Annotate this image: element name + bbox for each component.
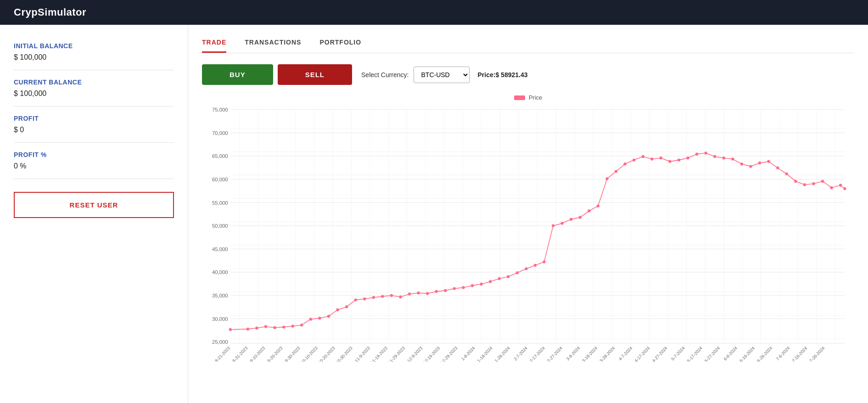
svg-point-82 bbox=[767, 160, 770, 163]
profit-pct-block: PROFIT % 0 % bbox=[14, 143, 174, 179]
svg-point-45 bbox=[435, 290, 438, 293]
price-display: Price:$ 58921.43 bbox=[478, 71, 528, 78]
svg-text:45,000: 45,000 bbox=[212, 246, 228, 252]
initial-balance-label: INITIAL BALANCE bbox=[14, 42, 174, 50]
svg-text:11-9-2023: 11-9-2023 bbox=[354, 345, 371, 362]
profit-label: PROFIT bbox=[14, 115, 174, 122]
svg-point-36 bbox=[354, 298, 357, 301]
sell-button[interactable]: SELL bbox=[278, 64, 352, 85]
svg-point-65 bbox=[615, 170, 617, 173]
svg-point-83 bbox=[776, 167, 779, 169]
app-header: CrypSimulator bbox=[0, 0, 868, 25]
svg-text:3-18-2024: 3-18-2024 bbox=[581, 345, 598, 362]
svg-text:4-27-2024: 4-27-2024 bbox=[651, 345, 668, 362]
svg-text:10-30-2023: 10-30-2023 bbox=[335, 345, 353, 362]
buy-button[interactable]: BUY bbox=[202, 64, 273, 85]
main-layout: INITIAL BALANCE $ 100,000 CURRENT BALANC… bbox=[0, 25, 868, 403]
svg-point-39 bbox=[381, 295, 384, 298]
sidebar: INITIAL BALANCE $ 100,000 CURRENT BALANC… bbox=[0, 25, 188, 403]
svg-point-62 bbox=[588, 209, 590, 212]
svg-point-78 bbox=[731, 157, 734, 160]
svg-text:11-29-2023: 11-29-2023 bbox=[387, 345, 406, 362]
svg-text:12-9-2023: 12-9-2023 bbox=[406, 345, 423, 362]
svg-text:25,000: 25,000 bbox=[212, 339, 228, 345]
svg-point-79 bbox=[740, 162, 743, 165]
svg-text:5-7-2024: 5-7-2024 bbox=[670, 345, 686, 361]
profit-value: $ 0 bbox=[14, 126, 174, 134]
svg-point-66 bbox=[624, 162, 627, 165]
initial-balance-value: $ 100,000 bbox=[14, 53, 174, 62]
svg-point-57 bbox=[543, 260, 545, 263]
svg-text:7-16-2024: 7-16-2024 bbox=[791, 345, 808, 362]
legend-color-dot bbox=[514, 95, 525, 100]
svg-text:7-26-2024: 7-26-2024 bbox=[808, 345, 825, 362]
svg-point-70 bbox=[660, 157, 662, 159]
svg-text:5-17-2024: 5-17-2024 bbox=[686, 345, 703, 362]
svg-point-46 bbox=[444, 289, 447, 292]
current-balance-label: CURRENT BALANCE bbox=[14, 78, 174, 86]
svg-point-52 bbox=[498, 277, 501, 280]
svg-text:1-8-2024: 1-8-2024 bbox=[460, 345, 476, 361]
svg-text:40,000: 40,000 bbox=[212, 269, 228, 275]
svg-point-35 bbox=[345, 305, 348, 308]
svg-text:8-31-2023: 8-31-2023 bbox=[231, 345, 248, 362]
svg-text:12-19-2023: 12-19-2023 bbox=[422, 345, 441, 362]
svg-text:3-28-2024: 3-28-2024 bbox=[599, 345, 616, 362]
svg-text:3-8-2024: 3-8-2024 bbox=[565, 345, 581, 361]
price-chart: 75,000 70,000 65,000 60,000 55,000 50,00… bbox=[202, 105, 854, 362]
reset-user-button[interactable]: RESET USER bbox=[14, 192, 174, 218]
svg-point-85 bbox=[794, 180, 797, 183]
svg-text:35,000: 35,000 bbox=[212, 293, 228, 298]
svg-point-75 bbox=[705, 151, 707, 154]
svg-point-73 bbox=[686, 157, 689, 159]
svg-point-63 bbox=[597, 205, 599, 207]
trade-controls: BUY SELL Select Currency: BTC-USD ETH-US… bbox=[202, 64, 854, 85]
svg-text:11-19-2023: 11-19-2023 bbox=[370, 345, 388, 362]
svg-text:6-6-2024: 6-6-2024 bbox=[722, 345, 738, 361]
svg-point-56 bbox=[534, 264, 537, 267]
svg-text:10-20-2023: 10-20-2023 bbox=[317, 345, 336, 362]
svg-point-84 bbox=[785, 173, 788, 175]
svg-text:2-17-2024: 2-17-2024 bbox=[529, 345, 546, 362]
chart-svg: 75,000 70,000 65,000 60,000 55,000 50,00… bbox=[202, 105, 854, 362]
svg-point-77 bbox=[722, 157, 725, 159]
svg-text:6-26-2024: 6-26-2024 bbox=[756, 345, 773, 362]
svg-point-87 bbox=[812, 182, 815, 185]
svg-point-80 bbox=[749, 165, 752, 168]
svg-point-25 bbox=[255, 327, 258, 330]
svg-text:9-30-2023: 9-30-2023 bbox=[284, 345, 301, 362]
svg-point-44 bbox=[426, 292, 429, 295]
svg-point-23 bbox=[229, 328, 232, 331]
svg-text:5-27-2024: 5-27-2024 bbox=[704, 345, 721, 362]
tab-portfolio[interactable]: PORTFOLIO bbox=[319, 34, 361, 53]
currency-select[interactable]: BTC-USD ETH-USD LTC-USD DOGE-USD bbox=[414, 67, 470, 83]
current-balance-block: CURRENT BALANCE $ 100,000 bbox=[14, 70, 174, 106]
initial-balance-block: INITIAL BALANCE $ 100,000 bbox=[14, 34, 174, 70]
svg-text:1-18-2024: 1-18-2024 bbox=[476, 345, 493, 362]
svg-text:10-10-2023: 10-10-2023 bbox=[300, 345, 319, 362]
svg-point-81 bbox=[758, 162, 761, 164]
svg-text:4-7-2024: 4-7-2024 bbox=[618, 345, 633, 361]
profit-pct-value: 0 % bbox=[14, 162, 174, 170]
svg-text:12-29-2023: 12-29-2023 bbox=[439, 345, 458, 362]
svg-point-42 bbox=[408, 292, 411, 295]
tab-transactions[interactable]: TRANSACTIONS bbox=[245, 34, 301, 53]
profit-pct-label: PROFIT % bbox=[14, 151, 174, 158]
svg-point-69 bbox=[650, 157, 653, 160]
svg-text:2-7-2024: 2-7-2024 bbox=[513, 345, 528, 361]
tab-trade[interactable]: TRADE bbox=[202, 34, 226, 53]
svg-point-37 bbox=[363, 297, 366, 300]
tabs-bar: TRADE TRANSACTIONS PORTFOLIO bbox=[202, 34, 854, 53]
svg-point-58 bbox=[552, 224, 554, 227]
svg-text:2-27-2024: 2-27-2024 bbox=[546, 345, 563, 362]
select-currency-label: Select Currency: bbox=[361, 71, 409, 78]
svg-point-40 bbox=[390, 294, 393, 297]
svg-point-38 bbox=[372, 296, 375, 299]
legend-label: Price bbox=[529, 94, 543, 101]
svg-text:70,000: 70,000 bbox=[212, 130, 228, 135]
svg-point-24 bbox=[246, 328, 249, 330]
svg-point-61 bbox=[579, 216, 582, 218]
svg-text:55,000: 55,000 bbox=[212, 200, 228, 205]
svg-text:9-20-2023: 9-20-2023 bbox=[266, 345, 283, 362]
svg-point-30 bbox=[300, 324, 303, 326]
